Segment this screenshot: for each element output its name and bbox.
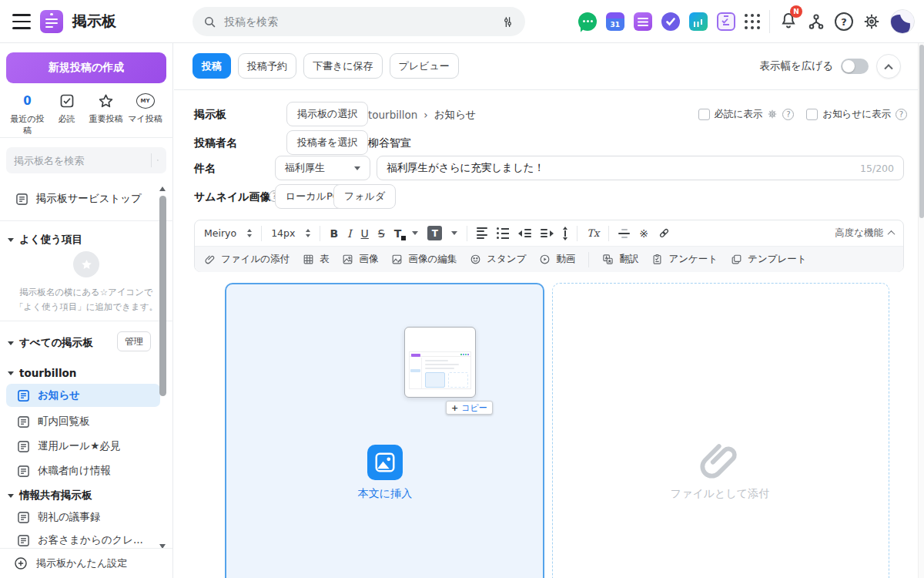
stepper-icon[interactable]	[247, 229, 252, 237]
favorites-section-header[interactable]: よく使う項目	[8, 233, 82, 247]
line-height-button[interactable]	[563, 227, 567, 240]
underline-button[interactable]: U	[361, 228, 369, 239]
insert-table-button[interactable]: 表	[303, 253, 330, 266]
sidebar-item-leave-info[interactable]: 休職者向け情報	[6, 459, 160, 482]
advanced-features-toggle[interactable]: 高度な機能	[835, 227, 894, 240]
settings-gear-icon[interactable]	[862, 12, 881, 31]
collapse-panel-button[interactable]	[876, 54, 901, 79]
org-people-icon[interactable]	[807, 12, 825, 31]
scroll-up-arrow-icon[interactable]	[159, 187, 166, 191]
schedule-post-button[interactable]: 投稿予約	[238, 53, 296, 79]
hamburger-menu-icon[interactable]	[12, 14, 31, 29]
table-icon	[303, 254, 314, 265]
subject-input[interactable]	[387, 162, 860, 174]
board-select-button[interactable]: 掲示板の選択	[286, 102, 368, 126]
board-search-input[interactable]	[14, 155, 145, 166]
bold-button[interactable]: B	[330, 228, 338, 239]
clear-format-button[interactable]: Tx	[587, 227, 599, 239]
user-avatar[interactable]	[890, 9, 915, 34]
preview-button[interactable]: プレビュー	[390, 53, 459, 79]
chevron-down-icon	[8, 341, 14, 345]
subject-category-select[interactable]: 福利厚生	[275, 156, 370, 180]
quick-link-important[interactable]: 重要投稿	[86, 91, 126, 136]
format-toolbar: Meiryo 14px B I U S T T	[195, 220, 903, 247]
text-color-button[interactable]: T	[394, 227, 403, 240]
all-boards-section-header[interactable]: すべての掲示板	[8, 336, 93, 350]
page-scrollbar[interactable]	[918, 43, 924, 578]
chat-app-icon[interactable]	[578, 12, 597, 31]
template-button[interactable]: テンプレート	[731, 253, 806, 266]
font-size-select[interactable]: 14px	[271, 227, 310, 239]
link-button[interactable]	[658, 227, 671, 240]
italic-button[interactable]: I	[347, 228, 352, 239]
gear-icon[interactable]	[767, 109, 778, 119]
attach-file-button[interactable]: ファイルの添付	[204, 253, 290, 266]
indent-button[interactable]	[541, 229, 554, 237]
stamp-button[interactable]: スタンプ	[470, 253, 526, 266]
manage-boards-button[interactable]: 管理	[117, 331, 151, 351]
sidebar-scrollbar-thumb[interactable]	[159, 196, 166, 396]
group-header-tourbillon[interactable]: tourbillon	[8, 367, 76, 379]
post-search-box[interactable]	[192, 7, 525, 36]
chevron-down-icon[interactable]	[412, 231, 418, 235]
sidebar-item-oshirase[interactable]: お知らせ	[6, 384, 160, 407]
chevron-down-icon[interactable]	[451, 231, 457, 235]
sidebar-item-morning-minutes[interactable]: 朝礼の議事録	[6, 506, 160, 529]
search-icon[interactable]	[157, 154, 159, 166]
group-header-info-share[interactable]: 情報共有掲示板	[8, 489, 92, 502]
checkbox-icon	[59, 93, 75, 109]
paperclip-icon	[697, 438, 742, 486]
outdent-button[interactable]	[518, 229, 531, 237]
insert-into-body-dropzone[interactable]	[225, 283, 544, 578]
insert-image-button[interactable]: 画像	[342, 253, 378, 266]
breadcrumb-parent[interactable]: tourbillon	[368, 109, 417, 121]
quick-link-my-posts[interactable]: MY マイ投稿	[126, 91, 165, 136]
quick-link-must-read[interactable]: 必読	[47, 91, 86, 136]
must-read-checkbox[interactable]	[698, 109, 710, 120]
search-filter-icon[interactable]	[501, 15, 514, 29]
board-search-box[interactable]	[6, 147, 166, 173]
stepper-icon[interactable]	[306, 229, 310, 237]
save-draft-button[interactable]: 下書きに保存	[303, 53, 383, 79]
bullet-list-button[interactable]	[497, 227, 509, 239]
highlight-color-button[interactable]: T	[427, 226, 442, 240]
calendar-app-icon[interactable]: 31	[606, 12, 624, 31]
widen-toggle[interactable]	[841, 59, 869, 74]
attach-as-file-dropzone[interactable]	[552, 283, 889, 578]
notifications-button[interactable]: N	[779, 11, 798, 32]
workflow-app-icon[interactable]	[661, 12, 680, 31]
sidebar-item-rules[interactable]: 運用ルール★必見	[6, 435, 160, 458]
sidebar-item-kairanban[interactable]: 町内回覧板	[6, 410, 160, 433]
thumbnail-folder-button[interactable]: フォルダ	[333, 184, 396, 209]
post-search-input[interactable]	[224, 15, 501, 28]
apps-grid-icon[interactable]	[745, 14, 760, 29]
sidebar-scrollbar[interactable]	[159, 187, 168, 549]
questionnaire-button[interactable]: アンケート	[651, 253, 718, 266]
help-icon[interactable]: ?	[782, 109, 794, 120]
bulletin-app-icon[interactable]	[634, 12, 652, 31]
help-button[interactable]: ?	[835, 12, 853, 31]
quick-link-recent-posts[interactable]: 0 最近の投稿	[8, 91, 47, 136]
star-icon	[98, 93, 114, 109]
survey-app-icon[interactable]	[717, 12, 735, 31]
post-button[interactable]: 投稿	[192, 53, 231, 79]
strikethrough-button[interactable]: S	[378, 228, 385, 239]
sidebar-item-service-top[interactable]: 掲示板サービストップ	[6, 187, 160, 211]
page-scrollbar-thumb[interactable]	[919, 45, 924, 218]
font-family-select[interactable]: Meiryo	[204, 227, 252, 239]
translate-button[interactable]: 翻訳	[602, 253, 638, 266]
help-icon[interactable]: ?	[896, 109, 907, 120]
edit-image-button[interactable]: 画像の編集	[391, 253, 457, 266]
image-icon	[342, 254, 353, 265]
special-character-button[interactable]: ※	[639, 227, 648, 240]
drag-preview-thumbnail[interactable]	[404, 327, 476, 398]
align-left-button[interactable]	[477, 227, 487, 240]
announce-checkbox[interactable]	[806, 109, 818, 120]
new-post-button[interactable]: 新規投稿の作成	[6, 52, 166, 83]
insert-video-button[interactable]: 動画	[539, 253, 575, 266]
easy-setup-button[interactable]: 掲示板かんたん設定	[0, 548, 172, 578]
report-app-icon[interactable]	[689, 12, 708, 31]
horizontal-rule-button[interactable]	[618, 229, 630, 238]
author-select-button[interactable]: 投稿者を選択	[286, 130, 368, 155]
chevron-down-icon	[8, 238, 14, 242]
